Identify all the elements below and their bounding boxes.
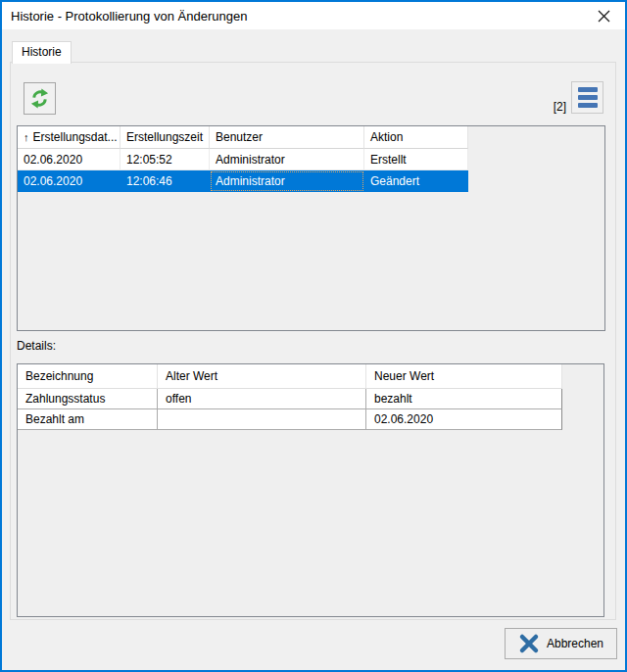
column-header-aktion[interactable]: Aktion xyxy=(364,126,468,149)
details-row-1[interactable]: Zahlungsstatus offen bezahlt xyxy=(18,389,603,409)
tab-panel: [2] ↑ Erstellungsdat... Erstellungszeit … xyxy=(10,62,616,620)
history-dialog: Historie - Protokollierung von Änderunge… xyxy=(0,0,627,672)
refresh-icon xyxy=(28,87,51,110)
cell-action[interactable]: Geändert xyxy=(364,170,468,192)
menu-button[interactable] xyxy=(571,81,603,114)
cell-bezeichnung[interactable]: Zahlungsstatus xyxy=(18,389,158,409)
cell-neuer-wert[interactable]: bezahlt xyxy=(366,389,562,409)
column-header-erstellungszeit[interactable]: Erstellungszeit xyxy=(121,126,210,149)
cancel-button[interactable]: Abbrechen xyxy=(505,628,617,659)
details-table: Bezeichnung Alter Wert Neuer Wert Zahlun… xyxy=(17,363,604,617)
cell-bezeichnung[interactable]: Bezahlt am xyxy=(18,409,158,430)
history-row-1[interactable]: 02.06.2020 12:05:52 Administrator Erstel… xyxy=(18,149,604,170)
column-header-benutzer[interactable]: Benutzer xyxy=(210,126,364,149)
cell-action[interactable]: Erstellt xyxy=(364,149,468,170)
cell-time[interactable]: 12:05:52 xyxy=(121,149,210,170)
history-row-2-selected[interactable]: 02.06.2020 12:06:46 Administrator Geände… xyxy=(18,170,604,192)
history-table-header: ↑ Erstellungsdat... Erstellungszeit Benu… xyxy=(18,126,604,149)
cancel-x-icon xyxy=(518,633,540,654)
close-button[interactable] xyxy=(582,2,625,29)
details-row-2[interactable]: Bezahlt am 02.06.2020 xyxy=(18,409,603,430)
cell-user[interactable]: Administrator xyxy=(210,149,364,170)
close-icon xyxy=(597,9,611,24)
titlebar: Historie - Protokollierung von Änderunge… xyxy=(2,2,625,29)
cell-neuer-wert[interactable]: 02.06.2020 xyxy=(366,409,562,430)
tab-historie[interactable]: Historie xyxy=(12,41,72,64)
cell-time[interactable]: 12:06:46 xyxy=(121,170,210,192)
tab-label: Historie xyxy=(22,45,62,59)
details-table-header: Bezeichnung Alter Wert Neuer Wert xyxy=(18,364,603,389)
cell-date[interactable]: 02.06.2020 xyxy=(18,170,121,192)
column-header-alter-wert: Alter Wert xyxy=(158,364,366,389)
cell-alter-wert[interactable]: offen xyxy=(158,389,366,409)
cell-date[interactable]: 02.06.2020 xyxy=(18,149,121,170)
column-header-erstellungsdatum[interactable]: ↑ Erstellungsdat... xyxy=(18,126,121,149)
cell-user-focused[interactable]: Administrator xyxy=(210,170,364,192)
details-label: Details: xyxy=(17,339,56,353)
cell-alter-wert[interactable] xyxy=(158,409,366,430)
column-header-neuer-wert: Neuer Wert xyxy=(366,364,562,389)
cancel-button-label: Abbrechen xyxy=(547,637,603,650)
refresh-button[interactable] xyxy=(24,82,56,115)
column-header-bezeichnung: Bezeichnung xyxy=(18,364,158,389)
hamburger-menu-icon xyxy=(578,87,598,108)
window-title: Historie - Protokollierung von Änderunge… xyxy=(2,9,247,24)
sort-ascending-icon: ↑ xyxy=(24,131,29,143)
history-table: ↑ Erstellungsdat... Erstellungszeit Benu… xyxy=(17,125,605,331)
record-count-badge: [2] xyxy=(541,100,566,114)
